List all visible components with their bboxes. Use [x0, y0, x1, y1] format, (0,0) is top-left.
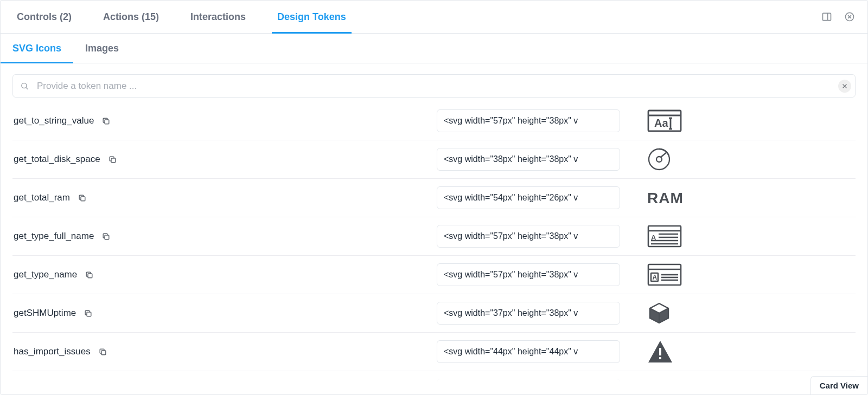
copy-icon — [84, 309, 93, 318]
token-name: get_total_ram — [14, 192, 70, 203]
tab-design-tokens[interactable]: Design Tokens — [272, 1, 352, 33]
token-code-text: <svg width="38px" height="38px" v — [444, 154, 578, 164]
table-row: get_total_disk_space <svg width="38px" h… — [12, 140, 856, 179]
close-button[interactable] — [843, 10, 857, 24]
top-tab-bar: Controls (2) Actions (15) Interactions D… — [1, 1, 867, 34]
table-row: has_import_issues <svg width="44px" heig… — [12, 333, 856, 371]
copy-button[interactable] — [58, 386, 67, 395]
tab-design-tokens-label: Design Tokens — [277, 11, 346, 23]
card-view-label: Card View — [820, 381, 859, 390]
search-bar — [12, 74, 856, 98]
copy-button[interactable] — [85, 270, 94, 280]
text-line-icon: A — [647, 263, 682, 286]
token-code-text: <svg width="57px" height="38px" v — [444, 116, 578, 126]
subtab-svg-icons-label: SVG Icons — [12, 43, 61, 54]
svg-rect-9 — [105, 120, 109, 124]
svg-text:RAM: RAM — [647, 190, 684, 206]
token-name: get_type_name — [14, 269, 77, 280]
cube-icon — [647, 301, 671, 325]
svg-rect-42 — [61, 389, 66, 393]
svg-rect-16 — [111, 158, 116, 163]
token-list: get_to_string_value <svg width="57px" he… — [12, 102, 856, 394]
tab-interactions-label: Interactions — [190, 11, 246, 23]
copy-button[interactable] — [78, 193, 87, 203]
panel-toggle-button[interactable] — [820, 10, 834, 24]
copy-button[interactable] — [98, 347, 107, 357]
svg-rect-30 — [88, 274, 92, 278]
svg-rect-39 — [101, 351, 106, 355]
table-row: get_total_ram <svg width="54px" height="… — [12, 179, 856, 217]
copy-icon — [101, 116, 111, 126]
copy-button[interactable] — [101, 232, 111, 241]
token-name: get_type_full_name — [14, 231, 94, 242]
svg-point-5 — [22, 83, 27, 88]
copy-icon — [108, 155, 117, 164]
copy-button[interactable] — [108, 155, 117, 164]
svg-rect-40 — [659, 348, 661, 355]
search-icon — [20, 81, 29, 90]
svg-rect-22 — [105, 235, 109, 239]
copy-icon — [98, 347, 107, 357]
token-code[interactable]: <svg width="37px" height="38px" v — [437, 302, 620, 325]
svg-line-19 — [661, 152, 667, 157]
svg-text:Aa: Aa — [654, 117, 668, 129]
table-row: get_type_name <svg width="57px" height="… — [12, 256, 856, 294]
table-row: get_to_string_value <svg width="57px" he… — [12, 102, 856, 140]
subtab-images-label: Images — [85, 43, 119, 54]
copy-button[interactable] — [84, 309, 93, 318]
tab-controls-label: Controls (2) — [17, 11, 72, 23]
token-code-text: <svg width="57px" height="38px" v — [444, 270, 578, 280]
token-code-text: <svg width="57px" height="38px" v — [444, 231, 578, 241]
svg-line-6 — [26, 87, 28, 89]
close-icon — [844, 11, 855, 22]
token-name: hl7-white — [14, 385, 50, 394]
copy-icon — [101, 232, 111, 241]
tab-interactions[interactable]: Interactions — [185, 1, 251, 33]
token-code[interactable]: <svg width="57px" height="38px" v — [437, 263, 620, 286]
search-input[interactable] — [12, 74, 856, 98]
card-view-button[interactable]: Card View — [810, 376, 867, 394]
token-code-text: <svg width="37px" height="38px" v — [444, 308, 578, 318]
token-name: has_import_issues — [14, 346, 91, 357]
svg-rect-38 — [87, 312, 91, 316]
text-input-icon: Aa — [647, 109, 682, 132]
subtab-images[interactable]: Images — [84, 34, 120, 63]
token-code[interactable]: <svg width="38px" height="38px" v — [437, 148, 620, 171]
svg-rect-0 — [823, 13, 831, 20]
token-code[interactable]: <svg width="57px" height="38px" v — [437, 225, 620, 248]
table-row: get_type_full_name <svg width="57px" hei… — [12, 217, 856, 256]
token-code[interactable]: <svg width="44px" height="44px" v — [437, 340, 620, 363]
tab-actions[interactable]: Actions (15) — [98, 1, 164, 33]
token-code-text: <svg width="54px" height="26px" v — [444, 193, 578, 203]
token-code[interactable]: <svg width="57px" height="38px" v — [437, 109, 620, 132]
token-code-text: <svg width="44px" height="44px" v — [444, 347, 578, 357]
copy-icon — [58, 386, 67, 395]
panel-icon — [821, 11, 832, 22]
table-row: hl7-white <svg version="1.1" xmlns="http… — [12, 371, 856, 394]
token-name: get_to_string_value — [14, 115, 94, 126]
token-name: getSHMUptime — [14, 308, 76, 319]
tab-controls[interactable]: Controls (2) — [11, 1, 77, 33]
token-code[interactable]: <svg version="1.1" xmlns="http://w — [437, 379, 620, 394]
subtab-svg-icons[interactable]: SVG Icons — [11, 34, 62, 63]
disc-icon — [647, 147, 671, 171]
svg-rect-41 — [659, 357, 661, 359]
token-code-text: <svg version="1.1" xmlns="http://w — [444, 385, 577, 394]
copy-icon — [85, 270, 94, 280]
tab-actions-label: Actions (15) — [103, 11, 159, 23]
x-icon — [841, 83, 848, 89]
copy-button[interactable] — [101, 116, 111, 126]
svg-text:A: A — [653, 274, 658, 281]
table-row: getSHMUptime <svg width="37px" height="3… — [12, 294, 856, 333]
token-code[interactable]: <svg width="54px" height="26px" v — [437, 186, 620, 209]
svg-rect-20 — [81, 197, 85, 201]
sub-tab-bar: SVG Icons Images — [1, 34, 867, 63]
text-lines-icon: A — [647, 225, 682, 248]
token-name: get_total_disk_space — [14, 154, 100, 165]
clear-search-button[interactable] — [838, 80, 851, 93]
ram-icon: RAM — [647, 190, 691, 206]
warning-icon — [647, 340, 673, 364]
copy-icon — [78, 193, 87, 203]
